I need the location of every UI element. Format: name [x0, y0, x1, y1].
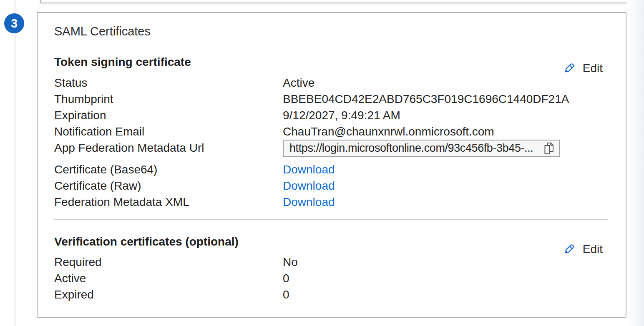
detail-row-metadata-url: App Federation Metadata Url https://logi…	[54, 140, 608, 161]
row-label: Expired	[54, 286, 283, 303]
row-label: Status	[54, 75, 283, 91]
detail-row-cert-base64: Certificate (Base64) Download	[54, 161, 608, 178]
row-label: Certificate (Base64)	[54, 161, 283, 178]
edit-token-signing-button[interactable]: Edit	[561, 61, 603, 76]
row-label: Federation Metadata XML	[54, 194, 283, 210]
detail-row-notification-email: Notification Email ChauTran@chaunxnrwl.o…	[54, 123, 608, 140]
detail-row-required: Required No	[54, 254, 608, 270]
download-certificate-raw-link[interactable]: Download	[283, 179, 335, 192]
detail-row-status: Status Active	[54, 75, 608, 91]
step-3-badge: 3	[4, 13, 24, 33]
row-label: Certificate (Raw)	[54, 178, 283, 194]
section-divider	[54, 219, 608, 220]
saml-certificates-card: SAML Certificates Token signing certific…	[37, 12, 626, 318]
token-signing-heading: Token signing certificate	[54, 55, 608, 70]
row-value: BBEBE04CD42E2ABD765C3F019C1696C1440DF21A	[283, 91, 608, 107]
verification-details: Required No Active 0 Expired 0	[54, 254, 608, 303]
copy-icon[interactable]	[543, 142, 554, 155]
row-label: Expiration	[54, 107, 283, 123]
edit-label: Edit	[583, 243, 603, 256]
row-value: No	[283, 254, 608, 270]
detail-row-expired-count: Expired 0	[54, 286, 608, 303]
detail-row-cert-raw: Certificate (Raw) Download	[54, 178, 608, 194]
row-value: Active	[283, 75, 608, 91]
row-value: ChauTran@chaunxnrwl.onmicrosoft.com	[283, 123, 608, 140]
verification-certificates-heading: Verification certificates (optional)	[54, 234, 608, 249]
row-label: Thumbprint	[54, 91, 283, 107]
token-signing-details: Status Active Thumbprint BBEBE04CD42E2AB…	[54, 75, 608, 210]
download-federation-metadata-xml-link[interactable]: Download	[283, 196, 335, 208]
pencil-icon	[561, 242, 576, 257]
card-title: SAML Certificates	[54, 24, 608, 39]
row-label: Required	[54, 254, 283, 270]
detail-row-federation-metadata-xml: Federation Metadata XML Download	[54, 194, 608, 210]
row-label: Active	[54, 270, 283, 286]
row-value: 0	[283, 270, 608, 286]
download-certificate-base64-link[interactable]: Download	[283, 163, 335, 176]
detail-row-thumbprint: Thumbprint BBEBE04CD42E2ABD765C3F019C169…	[54, 91, 608, 107]
pencil-icon	[561, 61, 576, 76]
row-label: App Federation Metadata Url	[54, 140, 283, 156]
row-value: 0	[283, 286, 608, 303]
edit-label: Edit	[583, 62, 603, 75]
metadata-url-value: https://login.microsoftonline.com/93c456…	[289, 140, 533, 156]
page-background-fade	[627, 0, 644, 326]
row-value: 9/12/2027, 9:49:21 AM	[283, 107, 608, 123]
detail-row-expiration: Expiration 9/12/2027, 9:49:21 AM	[54, 107, 608, 123]
previous-section-card-edge	[40, 0, 629, 3]
metadata-url-field[interactable]: https://login.microsoftonline.com/93c456…	[283, 140, 560, 157]
edit-verification-certificates-button[interactable]: Edit	[561, 242, 603, 257]
detail-row-active-count: Active 0	[54, 270, 608, 286]
step-connector-line	[15, 0, 15, 326]
row-label: Notification Email	[54, 123, 283, 140]
